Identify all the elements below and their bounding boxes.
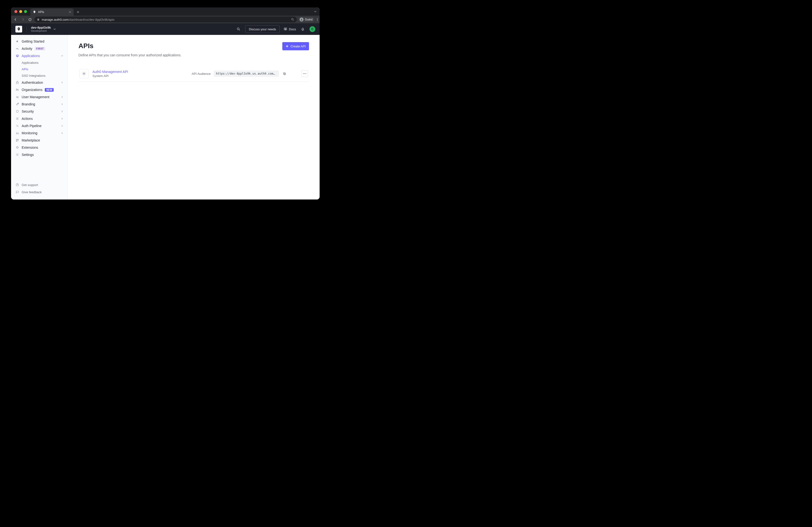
sidebar-item-security[interactable]: Security [11,108,68,115]
tabstrip-overflow[interactable] [311,8,320,16]
sidebar-item-monitoring[interactable]: Monitoring [11,130,68,137]
page-title: APIs [78,42,182,50]
chevron-right-icon [61,110,63,113]
svg-rect-7 [283,72,285,74]
row-actions [301,70,308,77]
close-icon[interactable] [69,11,71,13]
lock-icon [15,80,19,85]
sidebar-item-extensions[interactable]: Extensions [11,144,68,151]
sidebar-item-label: Auth Pipeline [21,124,42,128]
profile-chip[interactable]: Guest [299,17,315,22]
tab-title: APIs [38,10,44,14]
sidebar-item-settings[interactable]: Settings [11,151,68,158]
chevron-right-icon [61,103,63,105]
svg-rect-6 [284,73,286,75]
bell-icon [301,27,305,31]
header-search-button[interactable] [236,26,242,32]
nav-forward-button[interactable] [20,17,26,22]
browser-tab[interactable]: APIs [30,9,74,16]
svg-point-2 [237,28,239,30]
person-icon [300,18,304,21]
svg-point-3 [17,154,18,155]
sidebar-item-label: Branding [21,102,35,106]
sidebar-item-label: User Management [21,95,49,99]
create-api-button[interactable]: Create API [282,42,309,50]
api-info: Auth0 Management API System API [92,70,128,78]
sidebar-subitem-applications[interactable]: Applications [11,59,68,66]
page-header: APIs Define APIs that you can consume fr… [78,42,309,57]
sidebar-item-label: Getting Started [21,40,44,43]
sidebar-item-label: Settings [21,153,34,157]
profile-label: Guest [305,18,313,21]
sidebar-item-authentication[interactable]: Authentication [11,79,68,86]
sidebar-item-organizations[interactable]: Organizations NEW [11,86,68,93]
notifications-button[interactable] [300,26,306,32]
brush-icon [15,102,19,106]
copy-icon [283,72,286,76]
book-icon [284,27,287,31]
browser-menu-button[interactable] [317,18,318,21]
sidebar-item-actions[interactable]: Actions [11,115,68,122]
docs-link[interactable]: Docs [284,27,296,31]
sidebar-item-user-management[interactable]: User Management [11,93,68,101]
get-support-link[interactable]: Get support [11,181,68,188]
svg-point-5 [84,73,85,74]
sidebar-item-label: Applications [21,61,39,64]
sidebar-footer: Get support Give feedback [11,180,68,196]
api-row: Auth0 Management API System API API Audi… [78,66,309,82]
sidebar-subitem-apis[interactable]: APIs [11,66,68,72]
create-api-label: Create API [290,45,306,48]
copy-audience-button[interactable] [281,70,288,77]
give-feedback-link[interactable]: Give feedback [11,188,68,196]
chevron-down-icon [61,55,63,57]
audience-label: API Audience: [191,72,211,76]
badge-new: NEW [45,88,54,92]
building-icon [15,88,19,92]
svg-point-0 [291,18,293,20]
lock-icon [37,18,40,21]
chevron-right-icon [61,96,63,98]
nav-back-button[interactable] [13,17,18,22]
avatar-letter: C [311,27,314,31]
layers-icon [15,54,19,58]
auth0-logo[interactable] [15,26,22,32]
user-avatar[interactable]: C [309,26,315,32]
users-icon [15,95,19,99]
sidebar-item-applications[interactable]: Applications [11,52,68,59]
sidebar-item-branding[interactable]: Branding [11,101,68,108]
sidebar-item-auth-pipeline[interactable]: Auth Pipeline [11,122,68,130]
plus-icon [286,45,289,48]
sidebar-item-label: Monitoring [21,131,37,135]
row-menu-button[interactable] [301,70,308,77]
svg-point-8 [303,73,304,74]
sidebar-item-label: Marketplace [21,138,40,142]
window-fullscreen-button[interactable] [24,10,27,13]
zoom-icon[interactable] [291,18,294,21]
badge-first: FIRST [35,47,45,50]
new-tab-button[interactable] [75,9,81,15]
api-name-link[interactable]: Auth0 Management API [92,70,128,74]
svg-point-10 [306,73,306,74]
gear-icon [15,153,19,157]
sidebar-item-label: Actions [21,117,33,120]
window-minimize-button[interactable] [19,10,22,13]
tenant-environment: Development [31,29,51,32]
address-bar[interactable]: manage.auth0.com/dashboard/us/dev-8ppl3x… [34,17,297,23]
browser-tab-strip: APIs [11,8,320,16]
app-header: dev-8ppl3x9k Development Discuss your ne… [11,23,320,35]
window-close-button[interactable] [14,10,17,13]
sidebar-item-marketplace[interactable]: Marketplace [11,137,68,144]
nav-reload-button[interactable] [27,17,33,22]
shield-icon [15,109,19,113]
sidebar-item-label: Get support [21,183,38,187]
sidebar-item-activity[interactable]: Activity FIRST [11,45,68,52]
discuss-needs-label: Discuss your needs [249,27,276,31]
tenant-name: dev-8ppl3x9k [31,26,51,29]
discuss-needs-button[interactable]: Discuss your needs [245,25,280,33]
activity-icon [15,47,19,50]
sidebar-subitem-sso-integrations[interactable]: SSO Integrations [11,72,68,79]
sidebar-item-label: Organizations [21,88,42,92]
sidebar-item-getting-started[interactable]: Getting Started [11,38,68,45]
chevron-down-icon [314,10,317,13]
tenant-switcher[interactable]: dev-8ppl3x9k Development [31,26,56,32]
